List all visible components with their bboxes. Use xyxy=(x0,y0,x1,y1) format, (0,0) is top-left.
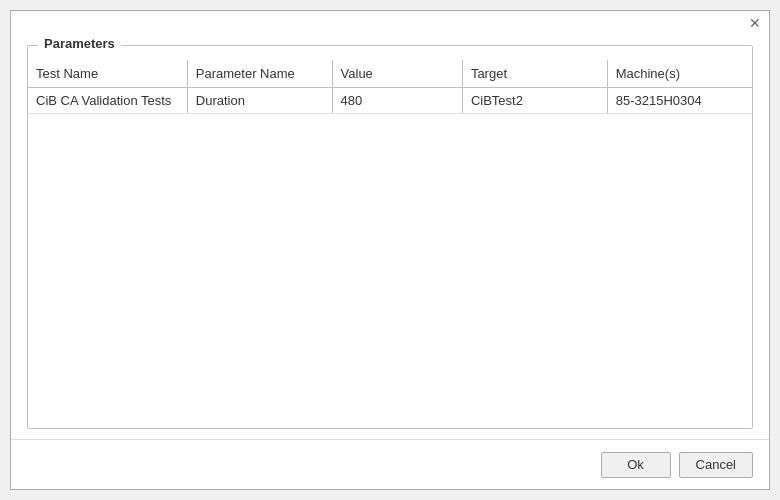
col-header-test-name: Test Name xyxy=(28,60,187,88)
col-header-machines: Machine(s) xyxy=(607,60,752,88)
cell-machines: 85-3215H0304 xyxy=(607,88,752,114)
close-button[interactable]: ✕ xyxy=(747,15,763,31)
col-header-target: Target xyxy=(462,60,607,88)
cell-test_name: CiB CA Validation Tests xyxy=(28,88,187,114)
parameters-dialog: ✕ Parameters Test Name Parameter Name Va… xyxy=(10,10,770,490)
title-bar: ✕ xyxy=(11,11,769,35)
dialog-body: Parameters Test Name Parameter Name Valu… xyxy=(11,35,769,489)
table-header-row: Test Name Parameter Name Value Target Ma… xyxy=(28,60,752,88)
parameters-group: Parameters Test Name Parameter Name Valu… xyxy=(27,45,753,429)
cell-target: CiBTest2 xyxy=(462,88,607,114)
parameters-table: Test Name Parameter Name Value Target Ma… xyxy=(28,60,752,114)
group-legend: Parameters xyxy=(38,36,121,51)
cell-param_name: Duration xyxy=(187,88,332,114)
table-row: CiB CA Validation TestsDuration480CiBTes… xyxy=(28,88,752,114)
ok-button[interactable]: Ok xyxy=(601,452,671,478)
col-header-param-name: Parameter Name xyxy=(187,60,332,88)
table-container: Test Name Parameter Name Value Target Ma… xyxy=(28,60,752,428)
col-header-value: Value xyxy=(332,60,462,88)
dialog-footer: Ok Cancel xyxy=(11,439,769,489)
cell-value: 480 xyxy=(332,88,462,114)
cancel-button[interactable]: Cancel xyxy=(679,452,753,478)
